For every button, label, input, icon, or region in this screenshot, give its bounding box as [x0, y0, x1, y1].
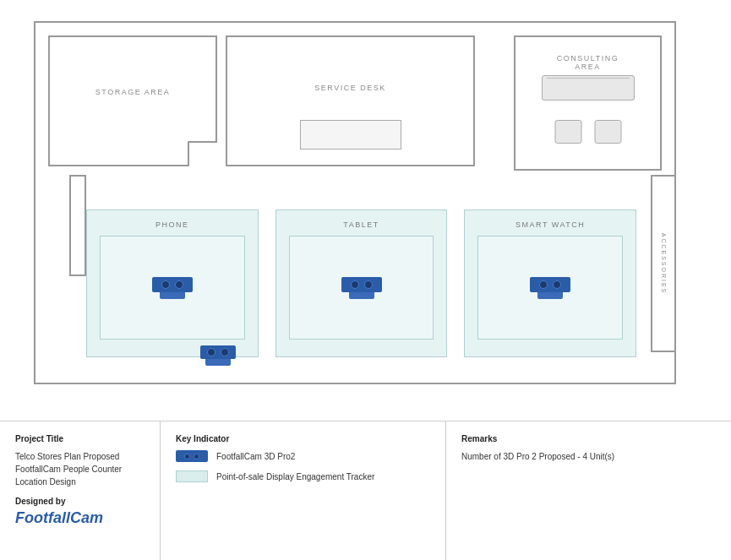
key-camera-label: FootfallCam 3D Pro2 [216, 452, 295, 461]
camera-lens-right [175, 280, 183, 289]
key-zone-icon [176, 470, 208, 482]
floorplan-area: STORAGE AREA SERVICE DESK CONSULTINGAREA… [0, 0, 731, 421]
info-panel: Project Title Telco Stores Plan Proposed… [0, 421, 731, 560]
desk-furniture [300, 120, 401, 150]
designed-by-label: Designed by [15, 497, 145, 506]
service-desk-label: SERVICE DESK [314, 84, 385, 92]
camera-base-3 [537, 292, 563, 299]
remarks-label: Remarks [461, 434, 716, 443]
accessories-label: ACCESSORIES [661, 233, 667, 295]
camera-device-smartwatch [530, 277, 570, 299]
key-lens-left [184, 454, 190, 459]
phone-zone: PHONE [86, 209, 259, 357]
chair-right [594, 120, 621, 144]
key-zone-label: Point-of-sale Display Engagement Tracker [216, 472, 374, 481]
remarks-section: Remarks Number of 3D Pro 2 Proposed - 4 … [446, 421, 731, 560]
main-container: STORAGE AREA SERVICE DESK CONSULTINGAREA… [0, 0, 731, 560]
key-lens-right [194, 454, 199, 459]
camera-lens-left-3 [539, 280, 548, 289]
standalone-camera-body [200, 345, 236, 359]
project-title-value: Telco Stores Plan Proposed FootfallCam P… [15, 450, 145, 488]
zones-container: PHONE TABLET [86, 209, 636, 357]
camera-body-2 [341, 277, 382, 292]
standalone-camera [200, 345, 236, 366]
project-title-label: Project Title [15, 434, 145, 443]
camera-base-2 [349, 292, 374, 299]
brand-name: FootfallCam [15, 509, 145, 527]
camera-lens-right-2 [364, 280, 373, 289]
camera-body [152, 277, 193, 292]
consulting-area: CONSULTINGAREA [514, 35, 662, 171]
service-desk-area: SERVICE DESK [226, 35, 475, 166]
accessories-strip: ACCESSORIES [651, 175, 676, 352]
remarks-value: Number of 3D Pro 2 Proposed - 4 Unit(s) [461, 450, 716, 463]
consulting-label: CONSULTINGAREA [557, 54, 619, 71]
tablet-zone: TABLET [275, 209, 448, 357]
smartwatch-zone-inner [477, 236, 623, 340]
left-strip [69, 175, 86, 276]
key-item-zone: Point-of-sale Display Engagement Tracker [176, 470, 430, 482]
key-camera-icon [176, 450, 208, 462]
camera-body-3 [530, 277, 570, 292]
key-indicator-label: Key Indicator [176, 434, 430, 443]
camera-lens-left-2 [351, 280, 359, 289]
standalone-lens-right [221, 348, 229, 356]
tablet-zone-inner [289, 236, 434, 340]
key-item-camera: FootfallCam 3D Pro2 [176, 450, 430, 462]
couch-furniture [542, 75, 635, 101]
standalone-lens-left [207, 348, 215, 356]
storage-area: STORAGE AREA [48, 35, 217, 166]
phone-zone-label: PHONE [155, 220, 189, 229]
camera-lens-right-3 [553, 280, 561, 289]
key-indicator-section: Key Indicator FootfallCam 3D Pro2 Point-… [161, 421, 446, 560]
standalone-base [205, 359, 231, 366]
chair-left [554, 120, 581, 144]
smartwatch-zone-label: SMART WATCH [516, 220, 585, 229]
storage-notch [188, 141, 217, 166]
store-boundary: STORAGE AREA SERVICE DESK CONSULTINGAREA… [34, 21, 676, 384]
camera-lens-left [161, 280, 170, 289]
camera-device-tablet [341, 277, 382, 299]
camera-base [160, 292, 185, 299]
tablet-zone-label: TABLET [343, 220, 379, 229]
camera-device-phone [152, 277, 193, 299]
storage-label: STORAGE AREA [95, 88, 170, 96]
smartwatch-zone: SMART WATCH [464, 209, 636, 357]
project-section: Project Title Telco Stores Plan Proposed… [0, 421, 161, 560]
chairs-row [554, 120, 621, 144]
phone-zone-inner [100, 236, 245, 340]
